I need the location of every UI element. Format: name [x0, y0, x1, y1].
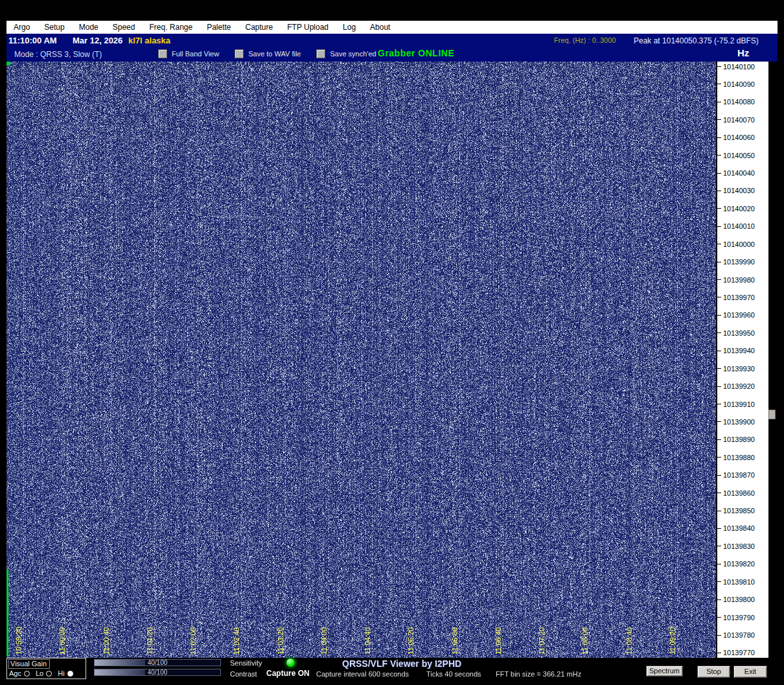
checkbox-item[interactable]: Full Band View: [158, 49, 219, 58]
freq-tick-row: 10140050: [717, 152, 768, 159]
tick-mark: [717, 564, 721, 564]
freq-tick-row: 10139990: [717, 259, 768, 266]
gain-radio-option[interactable]: Agc: [9, 669, 30, 677]
checkbox-group: Full Band View Save to WAV file Save syn…: [158, 49, 376, 58]
freq-tick-row: 10139940: [717, 347, 768, 354]
freq-label: 10139880: [723, 454, 755, 461]
time-label: 10:59:20: [15, 627, 23, 655]
contrast-label: Contrast: [230, 670, 257, 678]
tick-mark: [717, 439, 721, 440]
tick-mark: [717, 653, 721, 653]
tick-mark: [717, 368, 721, 369]
argo-window: Argo Setup Mode Speed Freq. Range Palett…: [0, 0, 784, 685]
tick-mark: [717, 84, 721, 84]
time-label: 11:09:20: [669, 627, 676, 655]
checkbox[interactable]: [235, 49, 244, 58]
time-label: 11:06:00: [451, 627, 459, 655]
freq-tick-row: 10139800: [717, 596, 768, 603]
radio-button[interactable]: [46, 671, 52, 677]
freq-label: 10139800: [723, 596, 755, 603]
checkbox[interactable]: [158, 49, 167, 58]
freq-label: 10139950: [723, 329, 755, 337]
tick-mark: [717, 528, 721, 529]
date-text: Mar 12, 2026: [73, 36, 122, 45]
tick-mark: [717, 297, 721, 297]
freq-tick-row: 10140020: [717, 205, 768, 212]
time-label: 11:00:40: [102, 627, 110, 655]
menu-items: Argo Setup Mode Speed Freq. Range Palett…: [6, 21, 397, 33]
time-label: 11:03:20: [277, 627, 284, 655]
menu-item[interactable]: Palette: [200, 21, 238, 33]
scrollbar-thumb[interactable]: [768, 410, 776, 419]
time-label: 11:08:00: [581, 627, 589, 655]
freq-label: 10139940: [723, 347, 755, 354]
checkbox-item[interactable]: Save to WAV file: [235, 49, 301, 58]
menu-item[interactable]: Log: [336, 21, 363, 33]
tick-mark: [717, 493, 721, 493]
freq-label: 10140040: [723, 169, 755, 177]
menu-item[interactable]: Speed: [106, 21, 143, 33]
sensitivity-value: 40/100: [95, 660, 220, 666]
gain-radio-option[interactable]: Hi: [58, 669, 73, 677]
visual-gain-title: Visual Gain: [8, 659, 50, 669]
freq-label: 10139830: [723, 542, 755, 550]
menu-item[interactable]: Mode: [72, 21, 106, 33]
spectrum-button[interactable]: Spectrum: [646, 666, 683, 677]
freq-label: 10140060: [723, 134, 755, 141]
checkbox[interactable]: [316, 49, 325, 58]
radio-button[interactable]: [24, 671, 30, 677]
tick-mark: [717, 386, 721, 387]
freq-tick-row: 10140040: [717, 170, 768, 177]
freq-tick-row: 10139780: [717, 632, 768, 639]
gain-radio-label: Hi: [58, 669, 64, 677]
menu-item[interactable]: Freq. Range: [142, 21, 200, 33]
tick-mark: [717, 279, 721, 280]
freq-label: 10139960: [723, 311, 755, 319]
freq-label: 10140020: [723, 205, 755, 213]
freq-tick-row: 10139790: [717, 614, 768, 621]
freq-tick-row: 10140100: [717, 63, 768, 70]
toolbar-strip: Mode : QRSS 3, Slow (T) Full Band View S…: [6, 47, 778, 62]
freq-tick-row: 10139850: [717, 507, 768, 515]
menu-item[interactable]: Capture: [238, 21, 281, 33]
gain-radio-option[interactable]: Lo: [36, 669, 52, 677]
freq-label: 10139860: [723, 489, 755, 497]
menu-item[interactable]: About: [363, 21, 397, 33]
freq-label: 10140000: [723, 240, 755, 248]
freq-tick-row: 10139970: [717, 294, 768, 301]
menu-item[interactable]: Setup: [37, 21, 71, 33]
checkbox-label: Save to WAV file: [248, 50, 301, 58]
freq-label: 10140070: [723, 116, 755, 124]
sensitivity-slider[interactable]: 40/100: [94, 659, 221, 666]
bottom-bar: Visual Gain Agc Lo Hi: [0, 658, 784, 685]
radio-button[interactable]: [67, 671, 73, 677]
time-label: 11:06:40: [494, 627, 502, 655]
freq-label: 10139770: [723, 649, 755, 656]
menu-item[interactable]: FTP Upload: [280, 21, 336, 33]
checkbox-label: Full Band View: [172, 50, 219, 58]
stop-button[interactable]: Stop: [697, 666, 730, 678]
tick-mark: [717, 155, 721, 156]
visual-gain-group: Visual Gain Agc Lo Hi: [6, 658, 86, 679]
waterfall[interactable]: 10:59:20 11:00:00 11:00:40 11:01:20 11:0…: [6, 62, 716, 658]
freq-tick-row: 10139960: [717, 312, 768, 319]
checkbox-item[interactable]: Save synch'ed: [316, 49, 376, 58]
freq-tick-row: 10140070: [717, 116, 768, 123]
time-label: 11:04:40: [363, 627, 371, 655]
header-strip: 11:10:00 AM Mar 12, 2026 kl7l alaska Fre…: [6, 34, 778, 47]
tick-mark: [717, 635, 721, 636]
capture-led-icon: [286, 658, 295, 667]
tick-mark: [717, 457, 721, 458]
ticks-text: Ticks 40 seconds: [426, 670, 481, 678]
freq-tick-row: 10139810: [717, 578, 768, 585]
freq-label: 10139790: [723, 614, 755, 621]
exit-button[interactable]: Exit: [733, 666, 767, 678]
freq-label: 10139850: [723, 507, 755, 515]
freq-label: 10140030: [723, 187, 755, 194]
menu-item[interactable]: Argo: [6, 21, 37, 33]
gain-radio-label: Agc: [9, 669, 21, 677]
tick-mark: [717, 102, 721, 102]
hz-unit-label: Hz: [737, 47, 749, 58]
tick-mark: [717, 421, 721, 422]
contrast-slider[interactable]: 40/100: [94, 669, 221, 676]
